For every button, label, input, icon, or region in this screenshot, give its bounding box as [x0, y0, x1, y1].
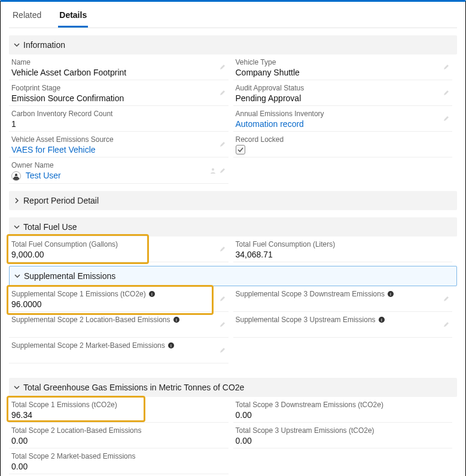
field-supp-scope1: Supplemental Scope 1 Emissions (tCO2e) i…: [9, 286, 229, 312]
field-label: Supplemental Scope 2 Market-Based Emissi…: [11, 341, 226, 350]
tab-related[interactable]: Related: [11, 8, 42, 28]
field-label: Total Scope 3 Upstream Emissions (tCO2e): [236, 426, 450, 435]
pencil-icon[interactable]: [219, 63, 226, 71]
section-title: Information: [23, 40, 65, 50]
section-total-fuel[interactable]: Total Fuel Use: [9, 217, 457, 237]
section-supplemental[interactable]: Supplemental Emissions: [9, 266, 457, 286]
pencil-icon[interactable]: [219, 245, 226, 253]
chevron-down-icon: [14, 42, 20, 48]
field-total-scope2-loc: Total Scope 2 Location-Based Emissions 0…: [9, 423, 229, 448]
svg-text:i: i: [390, 292, 391, 297]
checkbox-locked: [236, 145, 245, 154]
field-footprint-stage: Footprint Stage Emission Source Confirma…: [9, 80, 229, 106]
info-icon[interactable]: i: [167, 342, 175, 349]
info-icon[interactable]: i: [378, 316, 385, 323]
svg-point-0: [212, 168, 214, 171]
field-value-link[interactable]: VAES for Fleet Vehicle: [11, 144, 226, 154]
svg-text:i: i: [170, 343, 172, 348]
pencil-icon[interactable]: [443, 63, 450, 71]
field-record-locked: Record Locked: [233, 132, 453, 157]
pencil-icon[interactable]: [219, 347, 226, 354]
field-label: Total Scope 2 Market-based Emissions: [11, 452, 226, 460]
pencil-icon[interactable]: [219, 141, 226, 148]
field-total-scope3-up: Total Scope 3 Upstream Emissions (tCO2e)…: [233, 423, 453, 448]
field-value: 0.00: [11, 435, 226, 445]
field-label: Carbon Inventory Record Count: [11, 110, 226, 118]
field-label: Vehicle Type: [236, 58, 450, 66]
field-value-link[interactable]: Automation record: [236, 118, 450, 129]
pencil-icon[interactable]: [443, 295, 450, 302]
field-value: [11, 324, 226, 335]
field-total-fuel-gallons: Total Fuel Consumption (Gallons) 9,000.0…: [9, 237, 229, 262]
pencil-icon[interactable]: [219, 295, 226, 302]
section-report-period[interactable]: Report Period Detail: [9, 191, 457, 210]
field-value: Company Shuttle: [236, 66, 450, 77]
field-owner-name: Owner Name Test User: [9, 157, 229, 184]
tab-bar: Related Details: [9, 2, 457, 28]
field-name: Name Vehicle Asset Carbon Footprint: [9, 54, 229, 80]
field-supp-scope2-loc: Supplemental Scope 2 Location-Based Emis…: [9, 312, 229, 338]
chevron-down-icon: [14, 273, 20, 279]
field-total-scope1: Total Scope 1 Emissions (tCO2e) 96.34: [9, 397, 229, 423]
field-total-scope3-down: Total Scope 3 Downstream Emissions (tCO2…: [233, 397, 453, 423]
field-label: Supplemental Scope 2 Location-Based Emis…: [11, 316, 226, 324]
section-ghg[interactable]: Total Greenhouse Gas Emissions in Metric…: [9, 378, 457, 397]
field-supp-scope2-mkt: Supplemental Scope 2 Market-Based Emissi…: [9, 338, 229, 363]
field-supp-scope3-down: Supplemental Scope 3 Downstream Emission…: [233, 286, 453, 312]
field-value: 0.00: [236, 409, 450, 420]
info-icon[interactable]: i: [387, 290, 394, 298]
field-label: Total Scope 2 Location-Based Emissions: [11, 426, 226, 435]
field-label: Supplemental Scope 1 Emissions (tCO2e) i: [11, 290, 226, 298]
field-total-scope2-mkt: Total Scope 2 Market-based Emissions 0.0…: [9, 448, 229, 474]
field-label: Supplemental Scope 3 Downstream Emission…: [236, 290, 450, 298]
field-value: Pending Approval: [236, 92, 450, 103]
field-value: 0.00: [236, 435, 450, 445]
field-value: Emission Source Confirmation: [11, 92, 226, 103]
field-value: 96.0000: [11, 298, 226, 309]
field-value: [236, 298, 450, 309]
pencil-icon[interactable]: [443, 321, 450, 328]
tab-details[interactable]: Details: [58, 8, 88, 28]
section-title: Total Fuel Use: [23, 222, 77, 232]
pencil-icon[interactable]: [443, 115, 450, 122]
section-title: Supplemental Emissions: [24, 271, 115, 281]
field-carbon-inventory-count: Carbon Inventory Record Count 1: [9, 106, 229, 132]
field-audit-approval-status: Audit Approval Status Pending Approval: [233, 80, 453, 106]
field-value: 1: [11, 118, 226, 129]
field-label: Total Fuel Consumption (Liters): [236, 240, 450, 248]
field-value: 96.34: [11, 409, 226, 420]
section-title: Total Greenhouse Gas Emissions in Metric…: [23, 383, 244, 392]
info-icon[interactable]: i: [148, 290, 156, 298]
pencil-icon[interactable]: [219, 321, 226, 328]
section-information[interactable]: Information: [9, 35, 457, 54]
field-vehicle-type: Vehicle Type Company Shuttle: [233, 54, 453, 80]
pencil-icon[interactable]: [219, 89, 226, 96]
chevron-right-icon: [14, 198, 20, 204]
field-vehicle-emissions-source: Vehicle Asset Emissions Source VAES for …: [9, 132, 229, 157]
field-label: Supplemental Scope 3 Upstream Emissions …: [236, 316, 450, 324]
field-value: 0.00: [11, 460, 226, 471]
field-label: Record Locked: [236, 135, 450, 144]
field-value: [236, 324, 450, 335]
field-label: Footprint Stage: [11, 84, 226, 92]
chevron-down-icon: [14, 224, 20, 230]
field-label: Vehicle Asset Emissions Source: [11, 135, 226, 144]
pencil-icon[interactable]: [443, 89, 450, 96]
pencil-icon[interactable]: [219, 167, 226, 174]
chevron-down-icon: [14, 384, 20, 390]
section-title: Report Period Detail: [23, 196, 99, 205]
field-total-fuel-liters: Total Fuel Consumption (Liters) 34,068.7…: [233, 237, 453, 262]
field-label: Annual Emissions Inventory: [236, 110, 450, 118]
field-label: Total Scope 3 Downstream Emissions (tCO2…: [236, 401, 450, 409]
field-annual-emissions-inventory: Annual Emissions Inventory Automation re…: [233, 106, 453, 132]
info-icon[interactable]: i: [173, 316, 180, 323]
field-value: [11, 350, 226, 360]
svg-text:i: i: [176, 317, 177, 323]
change-owner-icon[interactable]: [209, 167, 217, 174]
field-value: Vehicle Asset Carbon Footprint: [11, 66, 226, 77]
svg-text:i: i: [151, 292, 153, 297]
field-value: 34,068.71: [236, 248, 450, 259]
field-value-link[interactable]: Test User: [26, 171, 61, 180]
field-label: Total Fuel Consumption (Gallons): [11, 240, 226, 248]
svg-text:i: i: [381, 317, 382, 323]
